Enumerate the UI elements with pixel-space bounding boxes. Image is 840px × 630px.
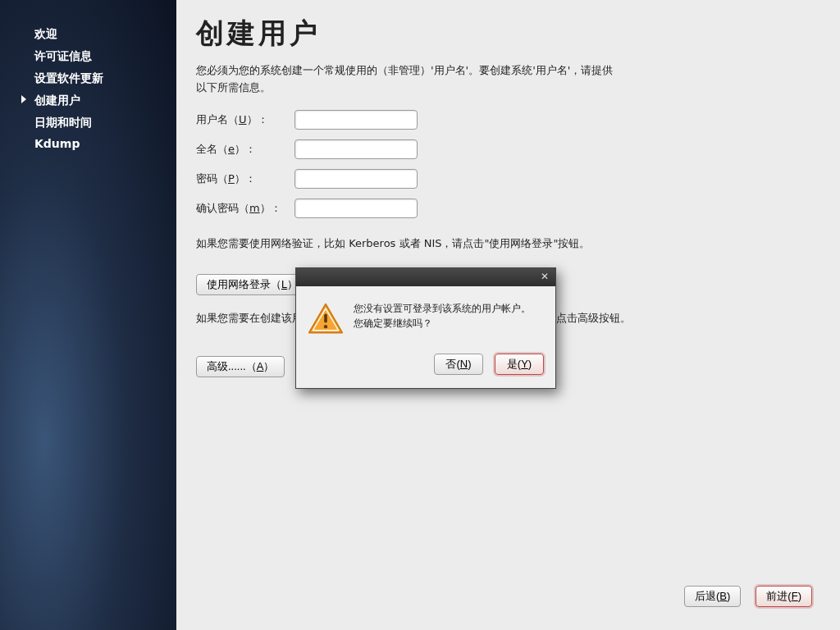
page-description: 您必须为您的系统创建一个常规使用的（非管理）'用户名'。要创建系统'用户名'，请… [196, 62, 623, 97]
input-confirm[interactable] [294, 199, 418, 218]
dialog-message: 您没有设置可登录到该系统的用户帐户。 您确定要继续吗？ [354, 301, 531, 337]
sidebar-item-updates[interactable]: 设置软件更新 [16, 67, 176, 89]
sidebar-item-kdump[interactable]: Kdump [16, 133, 176, 155]
dialog-titlebar[interactable]: ✕ [296, 268, 555, 286]
app-root: 欢迎 许可证信息 设置软件更新 创建用户 日期和时间 Kdump 创建用户 您必… [0, 0, 840, 630]
confirm-dialog: ✕ 您没有设置可登录到该系统的用户帐户。 您确定要继续吗？ 否(N) 是(Y) [295, 267, 556, 389]
label-fullname: 全名（e）： [196, 142, 294, 157]
dialog-message-line2: 您确定要继续吗？ [354, 316, 531, 331]
back-button[interactable]: 后退(B) [684, 586, 741, 607]
network-note: 如果您需要使用网络验证，比如 Kerberos 或者 NIS，请点击"使用网络登… [196, 236, 688, 251]
wizard-sidebar: 欢迎 许可证信息 设置软件更新 创建用户 日期和时间 Kdump [0, 0, 176, 630]
label-password: 密码（P）： [196, 171, 294, 186]
page-title: 创建用户 [196, 15, 812, 52]
input-password[interactable] [294, 169, 418, 189]
row-fullname: 全名（e）： [196, 139, 812, 159]
dialog-yes-button[interactable]: 是(Y) [495, 354, 544, 375]
input-fullname[interactable] [294, 139, 418, 159]
sidebar-item-license[interactable]: 许可证信息 [16, 45, 176, 67]
row-confirm: 确认密码（m）： [196, 199, 812, 218]
row-password: 密码（P）： [196, 169, 812, 189]
row-username: 用户名（U）： [196, 110, 812, 130]
sidebar-item-welcome[interactable]: 欢迎 [16, 23, 176, 45]
input-username[interactable] [294, 110, 418, 130]
svg-rect-2 [324, 314, 327, 323]
close-icon[interactable]: ✕ [539, 272, 550, 283]
footer-nav: 后退(B) 前进(F) [684, 586, 812, 607]
advanced-button[interactable]: 高级......（A） [196, 356, 285, 377]
forward-button[interactable]: 前进(F) [756, 586, 812, 607]
dialog-buttons: 否(N) 是(Y) [296, 342, 555, 388]
dialog-body: 您没有设置可登录到该系统的用户帐户。 您确定要继续吗？ [296, 286, 555, 342]
warning-icon [308, 301, 344, 337]
sidebar-item-create-user[interactable]: 创建用户 [16, 89, 176, 112]
dialog-no-button[interactable]: 否(N) [434, 354, 483, 375]
label-confirm: 确认密码（m）： [196, 201, 294, 216]
svg-point-3 [324, 325, 327, 328]
sidebar-item-datetime[interactable]: 日期和时间 [16, 112, 176, 134]
label-username: 用户名（U）： [196, 112, 294, 127]
dialog-message-line1: 您没有设置可登录到该系统的用户帐户。 [354, 301, 531, 316]
